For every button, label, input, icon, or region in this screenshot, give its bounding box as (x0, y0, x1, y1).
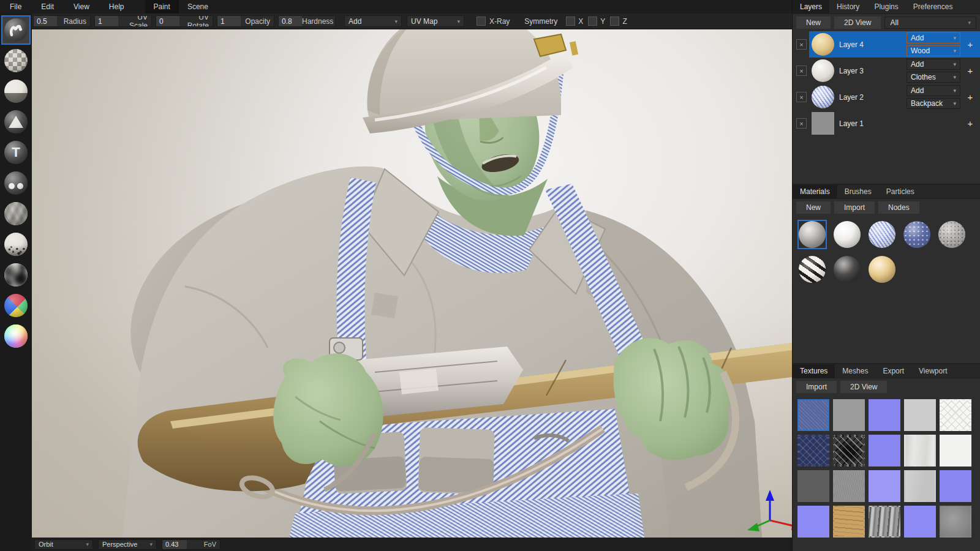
layer-thumbnail[interactable] (812, 112, 834, 135)
layer-blend-dropdown[interactable]: Add▾ (907, 59, 960, 70)
texture-swatch[interactable] (940, 399, 971, 431)
panel-tab-textures[interactable]: Textures (793, 364, 835, 378)
layer-delete-button[interactable]: × (796, 66, 807, 76)
layer-thumbnail[interactable] (812, 86, 834, 108)
material-swatch[interactable] (937, 220, 967, 249)
layer-object-dropdown[interactable]: Wood▾ (907, 45, 960, 56)
texture-swatch[interactable] (904, 399, 936, 431)
texture-swatch[interactable] (904, 435, 936, 467)
texture-swatch[interactable] (904, 506, 936, 538)
texture-swatch[interactable] (833, 435, 865, 467)
texture-swatch[interactable] (869, 435, 900, 467)
tool-fill-button[interactable] (1, 77, 31, 106)
camera-mode-dropdown[interactable]: Orbit▾ (34, 539, 93, 550)
texture-swatch[interactable] (833, 399, 865, 431)
layer-row[interactable]: ×Layer 2Add▾Backpack▾+ (793, 84, 980, 110)
panel-tab-viewport[interactable]: Viewport (911, 364, 954, 378)
material-swatch[interactable] (867, 255, 897, 284)
tool-text-button[interactable]: T (1, 138, 31, 167)
material-swatch[interactable] (902, 220, 932, 249)
texture-swatch[interactable] (797, 470, 829, 502)
layer-thumbnail[interactable] (812, 59, 834, 82)
menu-item-file[interactable]: File (0, 0, 31, 13)
menu-item-help[interactable]: Help (99, 0, 134, 13)
layer-delete-button[interactable]: × (796, 39, 807, 50)
panel-tab-particles[interactable]: Particles (879, 185, 922, 198)
materials-nodes-button[interactable]: Nodes (878, 201, 919, 214)
layer-row[interactable]: ×Layer 4Add▾Wood▾+ (793, 31, 980, 58)
layer-body[interactable]: Layer 2Add▾Backpack▾+ (809, 84, 980, 110)
texture-swatch[interactable] (833, 506, 865, 538)
tool-picker-button[interactable] (1, 321, 31, 351)
layer-mask-add-button[interactable]: + (965, 66, 975, 76)
layer-body[interactable]: Layer 1+ (809, 110, 980, 137)
tool-decal-button[interactable] (1, 107, 31, 137)
texture-swatch[interactable] (797, 506, 829, 538)
object-filter-dropdown[interactable]: All ▾ (884, 17, 976, 29)
panel-tab-history[interactable]: History (829, 0, 867, 13)
workspace-tab-scene[interactable]: Scene (179, 0, 217, 13)
panel-tab-meshes[interactable]: Meshes (835, 364, 875, 378)
panel-tab-materials[interactable]: Materials (793, 185, 837, 198)
symmetry-y-checkbox[interactable] (588, 17, 597, 26)
panel-tab-preferences[interactable]: Preferences (906, 0, 960, 13)
xray-checkbox[interactable] (477, 17, 486, 26)
layer-body[interactable]: Layer 4Add▾Wood▾+ (809, 31, 980, 58)
panel-tab-brushes[interactable]: Brushes (837, 185, 879, 198)
menu-item-edit[interactable]: Edit (31, 0, 64, 13)
tool-bake-button[interactable] (1, 260, 31, 290)
layers-new-button[interactable]: New (796, 17, 831, 29)
material-swatch[interactable] (832, 220, 862, 249)
layer-mask-add-button[interactable]: + (965, 92, 975, 102)
texture-swatch[interactable] (833, 470, 865, 502)
panel-tab-layers[interactable]: Layers (793, 0, 829, 13)
tool-blur-button[interactable] (1, 199, 31, 228)
layers-2d-view-button[interactable]: 2D View (834, 17, 881, 29)
texture-swatch[interactable] (797, 399, 829, 431)
symmetry-z-checkbox[interactable] (610, 17, 619, 26)
texture-swatch[interactable] (940, 435, 971, 467)
layer-delete-button[interactable]: × (796, 92, 807, 102)
layer-object-dropdown[interactable]: Clothes▾ (907, 72, 960, 83)
materials-new-button[interactable]: New (796, 201, 831, 214)
layer-mask-add-button[interactable]: + (965, 118, 975, 129)
projection-dropdown[interactable]: UV Map▾ (407, 15, 464, 27)
layer-body[interactable]: Layer 3Add▾Clothes▾+ (809, 58, 980, 84)
workspace-tab-paint[interactable]: Paint (145, 0, 179, 13)
texture-swatch[interactable] (904, 470, 936, 502)
panel-tab-plugins[interactable]: Plugins (867, 0, 905, 13)
hardness-field[interactable]: 0.8Hardness (278, 15, 336, 27)
layer-object-dropdown[interactable]: Backpack▾ (907, 98, 960, 109)
layer-thumbnail[interactable] (812, 33, 834, 56)
blend-mode-dropdown[interactable]: Add▾ (344, 15, 402, 27)
fov-field[interactable]: 0.43FoV (162, 539, 221, 550)
tool-brush-button[interactable] (1, 15, 31, 45)
texture-swatch[interactable] (797, 435, 829, 467)
projection-dropdown[interactable]: Perspective▾ (98, 539, 157, 550)
materials-import-button[interactable]: Import (834, 201, 875, 214)
tool-eraser-button[interactable] (1, 46, 31, 75)
viewport-3d-scene[interactable] (32, 29, 792, 538)
texture-swatch[interactable] (869, 506, 900, 538)
tool-particle-button[interactable] (1, 230, 31, 259)
layer-delete-button[interactable]: × (796, 118, 807, 129)
symmetry-x-checkbox[interactable] (566, 17, 575, 26)
layer-mask-add-button[interactable]: + (965, 39, 975, 50)
radius-field[interactable]: 0.5Radius (33, 15, 91, 27)
texture-swatch[interactable] (869, 470, 900, 502)
material-swatch[interactable] (797, 220, 827, 249)
menu-item-view[interactable]: View (64, 0, 99, 13)
material-swatch[interactable] (867, 220, 897, 249)
texture-swatch[interactable] (869, 399, 900, 431)
texture-swatch[interactable] (940, 506, 971, 538)
layer-row[interactable]: ×Layer 1+ (793, 110, 980, 137)
opacity-field[interactable]: 1Opacity (217, 15, 274, 27)
uv-scale-field[interactable]: 1UV Scale (94, 15, 152, 27)
material-swatch[interactable] (797, 255, 827, 284)
textures-2d-view-button[interactable]: 2D View (840, 381, 887, 393)
layer-blend-dropdown[interactable]: Add▾ (907, 85, 960, 96)
material-swatch[interactable] (832, 255, 862, 284)
uv-rotate-field[interactable]: 0UV Rotate (156, 15, 213, 27)
texture-swatch[interactable] (940, 470, 971, 502)
layer-blend-dropdown[interactable]: Add▾ (907, 32, 960, 43)
